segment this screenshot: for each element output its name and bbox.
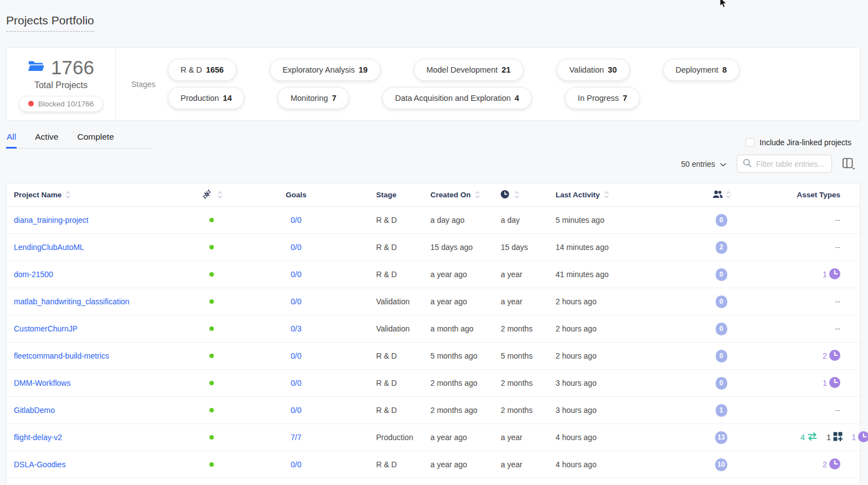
project-status-dot: [209, 299, 214, 304]
goals-link[interactable]: 0/3: [291, 324, 301, 333]
total-projects-block: 1766 Total Projects Blocked 10/1766: [7, 48, 115, 120]
goals-link[interactable]: 0/0: [291, 351, 301, 360]
collaborators-badge[interactable]: 0: [716, 323, 727, 335]
asset-types-cell: 1: [796, 377, 860, 390]
stage-pill-data-acquisition-and-exploration[interactable]: Data Acquisition and Exploration4: [382, 87, 532, 109]
model-api-asset[interactable]: 4: [800, 432, 818, 442]
scheduled-job-count: 1: [823, 379, 827, 387]
scheduled-job-count: 1: [851, 433, 856, 442]
sort-carets-icon[interactable]: [726, 191, 731, 199]
sort-carets-icon[interactable]: [515, 191, 519, 199]
project-name-link[interactable]: dom-21500: [14, 270, 53, 279]
header-stage: Stage: [376, 191, 397, 199]
collaborators-badge[interactable]: 0: [716, 214, 727, 227]
project-name-link[interactable]: matlab_handwriting_classification: [14, 297, 130, 306]
blocked-projects-pill[interactable]: Blocked 10/1766: [19, 96, 104, 112]
project-name-link[interactable]: LendingClubAutoML: [14, 243, 84, 252]
stage-pill-r-d[interactable]: R & D1656: [168, 59, 237, 81]
goals-link[interactable]: 0/0: [291, 216, 301, 224]
asset-types-cell: --: [796, 243, 860, 252]
stage-pill-count: 30: [608, 65, 617, 74]
collaborators-badge[interactable]: 0: [716, 268, 727, 281]
stage-pill-label: Monitoring: [290, 94, 328, 103]
project-name-link[interactable]: GitlabDemo: [14, 406, 55, 415]
sort-carets-icon[interactable]: [218, 191, 222, 199]
project-status-dot: [209, 272, 214, 277]
scheduled-job-asset[interactable]: 1: [823, 268, 840, 281]
scheduled-job-asset[interactable]: 1: [851, 431, 868, 444]
filter-search-box: [737, 155, 832, 173]
collaborators-badge[interactable]: 10: [715, 458, 727, 471]
entries-label: 50 entries: [681, 160, 715, 169]
project-status-dot: [209, 354, 214, 358]
stage-pill-deployment[interactable]: Deployment8: [663, 59, 739, 81]
last-activity-cell: 14 minutes ago: [556, 243, 609, 252]
last-activity-cell: 2 hours ago: [556, 297, 597, 306]
collaborators-badge[interactable]: 2: [716, 241, 727, 254]
stage-cell: R & D: [376, 351, 397, 360]
page-title: Projects Portfolio: [6, 14, 94, 32]
table-row: DMM-Workflows0/0R & D2 months ago2 month…: [7, 370, 860, 397]
sort-carets-icon[interactable]: [475, 191, 480, 199]
tab-complete[interactable]: Complete: [76, 130, 114, 149]
stage-pill-label: Data Acquisition and Exploration: [395, 94, 511, 103]
stage-pill-label: Production: [181, 94, 219, 103]
goals-link[interactable]: 0/0: [291, 460, 301, 469]
jira-checkbox[interactable]: [746, 138, 754, 147]
goals-link[interactable]: 0/0: [291, 297, 301, 306]
stage-cell: R & D: [376, 270, 397, 279]
goals-link[interactable]: 0/0: [291, 406, 301, 415]
stage-pill-validation[interactable]: Validation30: [557, 59, 630, 81]
collaborators-badge[interactable]: 13: [715, 431, 727, 444]
header-project-name: Project Name: [14, 191, 61, 199]
stage-pill-exploratory-analysis[interactable]: Exploratory Analysis19: [270, 59, 381, 81]
projects-table: Project Name: [6, 183, 860, 485]
duration-cell: 15 days: [501, 243, 528, 252]
duration-cell: 2 months: [501, 379, 533, 387]
filter-table-input[interactable]: [756, 160, 825, 169]
project-name-link[interactable]: DMM-Workflows: [14, 379, 70, 387]
sort-carets-icon[interactable]: [66, 191, 70, 199]
scheduled-job-asset[interactable]: 2: [823, 458, 840, 471]
scheduled-job-clock-icon: [829, 350, 840, 363]
created-on-cell: 2 months ago: [430, 379, 477, 387]
table-row: fleetcommand-build-metrics0/0R & D5 mont…: [7, 343, 860, 370]
no-assets: --: [835, 216, 840, 224]
project-name-link[interactable]: flight-delay-v2: [14, 433, 62, 442]
project-name-link[interactable]: CustomerChurnJP: [14, 324, 78, 333]
duration-cell: 5 months: [501, 351, 533, 360]
scheduled-job-asset[interactable]: 2: [823, 350, 840, 363]
stage-pill-count: 7: [332, 94, 336, 103]
goals-link[interactable]: 0/0: [291, 379, 301, 387]
stage-pill-monitoring[interactable]: Monitoring7: [278, 87, 349, 109]
goals-link[interactable]: 0/0: [291, 270, 301, 279]
entries-dropdown[interactable]: 50 entries: [681, 160, 726, 169]
project-name-link[interactable]: fleetcommand-build-metrics: [14, 351, 109, 360]
duration-cell: a day: [501, 216, 520, 224]
column-picker-button[interactable]: [843, 158, 856, 170]
scheduled-job-asset[interactable]: 1: [823, 377, 840, 390]
table-row: flight-delay-v27/7Productiona year agoa …: [7, 424, 860, 451]
collaborators-badge[interactable]: 0: [716, 377, 727, 390]
collaborators-badge[interactable]: 0: [716, 350, 727, 363]
stage-pill-production[interactable]: Production14: [168, 87, 244, 109]
project-status-dot: [209, 408, 214, 412]
no-assets: --: [835, 243, 840, 252]
stage-pill-in-progress[interactable]: In Progress7: [565, 87, 640, 109]
collaborators-badge[interactable]: 0: [716, 295, 727, 308]
app-asset[interactable]: 1: [826, 432, 843, 443]
project-name-link[interactable]: diana_training-project: [14, 216, 89, 224]
sort-carets-icon[interactable]: [604, 191, 609, 199]
tab-all[interactable]: All: [6, 130, 17, 149]
stage-pill-model-development[interactable]: Model Development21: [414, 59, 523, 81]
goals-link[interactable]: 7/7: [291, 433, 301, 442]
goals-link[interactable]: 0/0: [291, 243, 301, 252]
tab-active[interactable]: Active: [34, 130, 59, 149]
stage-cell: R & D: [376, 216, 397, 224]
last-activity-cell: 3 hours ago: [556, 406, 597, 415]
stage-pill-label: Deployment: [676, 65, 718, 74]
last-activity-cell: 41 minutes ago: [556, 270, 609, 279]
model-api-icon: [807, 432, 818, 442]
project-name-link[interactable]: DSLA-Goodies: [14, 460, 65, 469]
collaborators-badge[interactable]: 1: [716, 404, 727, 417]
